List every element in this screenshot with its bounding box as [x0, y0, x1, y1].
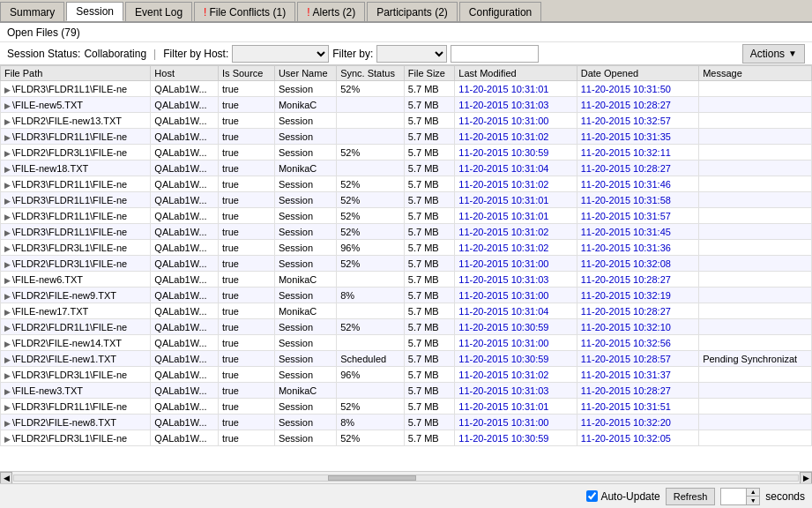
expand-arrow: ▶	[4, 419, 11, 428]
auto-update-checkbox-area[interactable]: Auto-Update	[586, 490, 659, 503]
col-header-message[interactable]: Message	[699, 66, 812, 81]
table-row[interactable]: ▶\FLDR2\FLDR3L1\FILE-neQALab1W...trueSes…	[1, 256, 812, 272]
auto-update-checkbox[interactable]	[586, 490, 598, 502]
table-row[interactable]: ▶\FLDR2\FILE-new9.TXTQALab1W...trueSessi…	[1, 288, 812, 303]
filter-text-input[interactable]	[451, 45, 539, 63]
main-content: Open Files (79) Session Status: Collabor…	[0, 23, 812, 508]
open-files-label: Open Files (79)	[7, 26, 80, 39]
actions-dropdown-arrow: ▼	[788, 49, 797, 58]
filter-by-host-label: Filter by Host:	[163, 48, 228, 60]
expand-arrow: ▶	[4, 260, 11, 269]
tab-label-fileconflicts: File Conflicts (1)	[209, 6, 286, 19]
refresh-button[interactable]: Refresh	[666, 488, 716, 505]
table-row[interactable]: ▶\FILE-new3.TXTQALab1W...trueMonikaC5.7 …	[1, 383, 812, 399]
tab-summary[interactable]: Summary	[0, 2, 64, 21]
tab-alerts[interactable]: !Alerts (2)	[297, 2, 365, 21]
open-files-header: Open Files (79)	[0, 23, 812, 42]
expand-arrow: ▶	[4, 244, 11, 253]
spinner-down-button[interactable]: ▼	[747, 497, 759, 504]
expand-arrow: ▶	[4, 324, 11, 332]
horizontal-scrollbar[interactable]: ◀ ▶	[0, 471, 812, 483]
tab-session[interactable]: Session	[66, 2, 123, 21]
table-row[interactable]: ▶\FLDR2\FLDR3L1\FILE-neQALab1W...trueSes…	[1, 145, 812, 161]
col-header-user[interactable]: User Name	[274, 66, 336, 81]
expand-arrow: ▶	[4, 403, 11, 412]
tab-label-configuration: Configuration	[469, 6, 532, 19]
col-header-opened[interactable]: Date Opened	[577, 66, 698, 81]
col-header-modified[interactable]: Last Modified	[455, 66, 577, 81]
filter-by-select[interactable]	[376, 45, 447, 63]
actions-label: Actions	[750, 48, 785, 60]
expand-arrow: ▶	[4, 371, 11, 380]
table-row[interactable]: ▶\FILE-new5.TXTQALab1W...trueMonikaC5.7 …	[1, 97, 812, 113]
scroll-track[interactable]	[13, 474, 799, 482]
table-row[interactable]: ▶\FLDR3\FLDR3L1\FILE-neQALab1W...trueSes…	[1, 367, 812, 383]
expand-arrow: ▶	[4, 340, 11, 348]
expand-arrow: ▶	[4, 165, 11, 174]
refresh-label: Refresh	[674, 491, 708, 502]
col-header-path[interactable]: File Path	[1, 66, 151, 81]
table-row[interactable]: ▶\FLDR3\FLDR1L1\FILE-neQALab1W...trueSes…	[1, 176, 812, 192]
table-row[interactable]: ▶\FILE-new18.TXTQALab1W...trueMonikaC5.7…	[1, 161, 812, 176]
table-scroll-area[interactable]: File PathHostIs SourceUser NameSync. Sta…	[0, 65, 812, 471]
alert-icon-alerts: !	[307, 6, 309, 19]
table-row[interactable]: ▶\FLDR3\FLDR1L1\FILE-neQALab1W...trueSes…	[1, 81, 812, 97]
file-table-container: File PathHostIs SourceUser NameSync. Sta…	[0, 65, 812, 483]
expand-arrow: ▶	[4, 133, 11, 142]
expand-arrow: ▶	[4, 387, 11, 396]
tab-label-session: Session	[76, 5, 114, 18]
expand-arrow: ▶	[4, 228, 11, 237]
table-row[interactable]: ▶\FLDR2\FILE-new13.TXTQALab1W...trueSess…	[1, 113, 812, 129]
expand-arrow: ▶	[4, 355, 11, 364]
table-row[interactable]: ▶\FLDR2\FILE-new8.TXTQALab1W...trueSessi…	[1, 415, 812, 430]
scroll-right-button[interactable]: ▶	[800, 472, 812, 484]
filter-by-label: Filter by:	[332, 48, 373, 60]
separator: |	[153, 48, 156, 60]
app-window: SummarySessionEvent Log!File Conflicts (…	[0, 0, 812, 508]
col-header-host[interactable]: Host	[151, 66, 219, 81]
col-header-source[interactable]: Is Source	[219, 66, 275, 81]
refresh-interval-input[interactable]: 10	[721, 489, 746, 504]
spinner-buttons: ▲ ▼	[746, 489, 759, 504]
spinner-up-button[interactable]: ▲	[747, 489, 759, 497]
session-row: Session Status: Collaborating | Filter b…	[0, 42, 812, 65]
tab-bar: SummarySessionEvent Log!File Conflicts (…	[0, 0, 812, 23]
col-header-size[interactable]: File Size	[404, 66, 455, 81]
auto-update-label: Auto-Update	[600, 490, 659, 503]
file-table: File PathHostIs SourceUser NameSync. Sta…	[0, 65, 812, 446]
expand-arrow: ▶	[4, 197, 11, 205]
table-row[interactable]: ▶\FLDR3\FLDR3L1\FILE-neQALab1W...trueSes…	[1, 240, 812, 256]
expand-arrow: ▶	[4, 276, 11, 285]
table-row[interactable]: ▶\FLDR2\FLDR1L1\FILE-neQALab1W...trueSes…	[1, 319, 812, 335]
expand-arrow: ▶	[4, 213, 11, 221]
table-row[interactable]: ▶\FLDR2\FILE-new14.TXTQALab1W...trueSess…	[1, 335, 812, 351]
tab-label-summary: Summary	[10, 6, 55, 19]
filter-host-select[interactable]	[232, 45, 329, 63]
table-row[interactable]: ▶\FILE-new6.TXTQALab1W...trueMonikaC5.7 …	[1, 272, 812, 288]
table-row[interactable]: ▶\FILE-new17.TXTQALab1W...trueMonikaC5.7…	[1, 303, 812, 319]
expand-arrow: ▶	[4, 149, 11, 158]
expand-arrow: ▶	[4, 117, 11, 126]
table-row[interactable]: ▶\FLDR2\FLDR3L1\FILE-neQALab1W...trueSes…	[1, 430, 812, 446]
scroll-left-button[interactable]: ◀	[0, 472, 12, 484]
expand-arrow: ▶	[4, 292, 11, 301]
tab-fileconflicts[interactable]: !File Conflicts (1)	[194, 2, 295, 21]
table-row[interactable]: ▶\FLDR3\FLDR1L1\FILE-neQALab1W...trueSes…	[1, 399, 812, 415]
table-row[interactable]: ▶\FLDR2\FILE-new1.TXTQALab1W...trueSessi…	[1, 351, 812, 367]
scroll-thumb[interactable]	[328, 475, 416, 481]
table-row[interactable]: ▶\FLDR3\FLDR1L1\FILE-neQALab1W...trueSes…	[1, 192, 812, 208]
table-row[interactable]: ▶\FLDR3\FLDR1L1\FILE-neQALab1W...trueSes…	[1, 129, 812, 145]
refresh-interval-spinner[interactable]: 10 ▲ ▼	[720, 488, 760, 505]
table-row[interactable]: ▶\FLDR3\FLDR1L1\FILE-neQALab1W...trueSes…	[1, 224, 812, 240]
table-row[interactable]: ▶\FLDR3\FLDR1L1\FILE-neQALab1W...trueSes…	[1, 208, 812, 224]
actions-button[interactable]: Actions ▼	[742, 44, 805, 64]
tab-eventlog[interactable]: Event Log	[125, 2, 192, 21]
expand-arrow: ▶	[4, 86, 11, 94]
expand-arrow: ▶	[4, 101, 11, 110]
tab-label-alerts: Alerts (2)	[312, 6, 355, 19]
tab-participants[interactable]: Participants (2)	[367, 2, 458, 21]
tab-configuration[interactable]: Configuration	[459, 2, 541, 21]
expand-arrow: ▶	[4, 435, 11, 444]
alert-icon-fileconflicts: !	[204, 6, 206, 19]
col-header-sync[interactable]: Sync. Status	[337, 66, 405, 81]
